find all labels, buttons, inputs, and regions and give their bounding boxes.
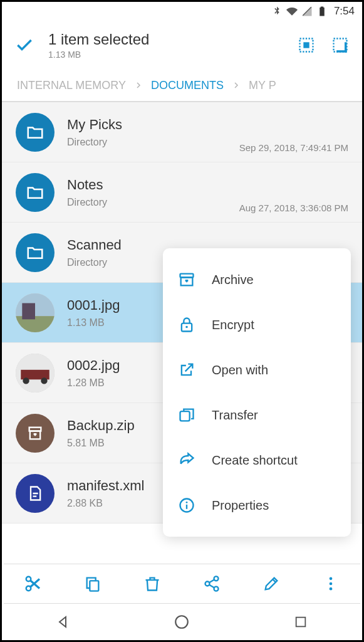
status-bar: 7:54: [2, 2, 362, 21]
folder-icon: [16, 113, 55, 152]
menu-label: Encrypt: [212, 318, 254, 332]
breadcrumb-item-documents[interactable]: DOCUMENTS: [151, 79, 224, 92]
svg-rect-18: [180, 411, 190, 421]
bluetooth-icon: [271, 6, 283, 17]
svg-point-30: [329, 587, 332, 591]
svg-rect-21: [186, 505, 187, 509]
svg-point-17: [185, 326, 188, 329]
menu-label: Archive: [212, 273, 254, 287]
list-item[interactable]: NotesDirectory Aug 27, 2018, 3:36:08 PM: [2, 162, 362, 223]
folder-icon: [16, 173, 55, 212]
svg-rect-32: [296, 618, 306, 627]
confirm-selection-button[interactable]: [14, 35, 34, 55]
delete-button[interactable]: [140, 571, 165, 596]
deselect-icon: [331, 36, 349, 54]
chevron-right-icon: [232, 82, 240, 89]
shortcut-icon: [178, 451, 195, 469]
back-icon: [56, 614, 71, 629]
open-external-icon: [178, 361, 195, 379]
transfer-icon: [178, 406, 195, 424]
image-thumbnail: [16, 354, 55, 392]
recents-button[interactable]: [292, 613, 309, 631]
svg-point-28: [329, 577, 332, 581]
signal-icon: [301, 6, 313, 17]
list-item[interactable]: My PicksDirectory Sep 29, 2018, 7:49:41 …: [2, 102, 362, 162]
battery-icon: [316, 6, 328, 17]
svg-point-27: [214, 587, 218, 591]
more-vert-icon: [322, 575, 340, 592]
archive-icon: [178, 271, 195, 288]
selection-info: 1 item selected 1.13 MB: [48, 31, 297, 60]
folder-icon: [16, 233, 55, 272]
wifi-icon: [286, 6, 298, 17]
file-name: My Picks: [67, 117, 348, 133]
selection-header: 1 item selected 1.13 MB: [2, 21, 362, 70]
menu-item-transfer[interactable]: Transfer: [163, 392, 351, 438]
svg-rect-24: [90, 581, 99, 591]
rename-button[interactable]: [259, 571, 284, 596]
menu-item-properties[interactable]: Properties: [163, 483, 351, 528]
lock-icon: [178, 316, 195, 334]
cut-button[interactable]: [21, 571, 46, 596]
edit-icon: [263, 575, 280, 592]
deselect-all-button[interactable]: [331, 36, 350, 55]
svg-rect-1: [303, 42, 309, 48]
menu-item-archive[interactable]: Archive: [163, 257, 351, 302]
file-name: Notes: [67, 177, 348, 193]
trash-icon: [143, 575, 161, 592]
selection-size: 1.13 MB: [48, 50, 297, 60]
menu-label: Transfer: [212, 408, 258, 423]
select-all-button[interactable]: [297, 36, 316, 55]
back-button[interactable]: [55, 613, 72, 631]
breadcrumb-item-internal[interactable]: INTERNAL MEMORY: [17, 79, 126, 92]
copy-button[interactable]: [80, 571, 105, 596]
menu-label: Open with: [212, 363, 268, 377]
svg-point-23: [26, 577, 31, 582]
home-button[interactable]: [173, 613, 190, 631]
menu-label: Create shortcut: [212, 453, 298, 468]
svg-rect-4: [345, 42, 347, 52]
svg-rect-7: [22, 303, 35, 319]
menu-label: Properties: [212, 498, 269, 513]
bottom-toolbar: [4, 564, 360, 604]
select-all-icon: [298, 36, 315, 54]
document-icon: [16, 474, 55, 513]
image-thumbnail: [16, 293, 55, 332]
recents-icon: [294, 615, 308, 629]
svg-point-20: [186, 502, 188, 503]
svg-point-26: [205, 582, 209, 586]
home-icon: [174, 614, 190, 630]
menu-item-openwith[interactable]: Open with: [163, 347, 351, 392]
copy-icon: [84, 575, 101, 592]
menu-item-encrypt[interactable]: Encrypt: [163, 302, 351, 347]
share-icon: [203, 575, 221, 592]
svg-point-10: [23, 377, 29, 384]
cut-icon: [24, 574, 43, 593]
check-icon: [14, 35, 34, 55]
archive-icon: [16, 414, 55, 453]
system-nav-bar: [4, 604, 360, 640]
svg-point-25: [214, 576, 218, 581]
breadcrumb: INTERNAL MEMORY DOCUMENTS MY P: [2, 70, 362, 101]
info-icon: [178, 497, 195, 514]
svg-point-29: [329, 582, 332, 586]
menu-item-shortcut[interactable]: Create shortcut: [163, 438, 351, 483]
selection-title: 1 item selected: [48, 31, 297, 48]
svg-point-22: [26, 586, 31, 591]
svg-point-11: [41, 377, 47, 384]
more-button[interactable]: [318, 571, 343, 596]
chevron-right-icon: [135, 82, 142, 89]
share-button[interactable]: [199, 571, 224, 596]
file-date: Aug 27, 2018, 3:36:08 PM: [239, 203, 348, 213]
file-date: Sep 29, 2018, 7:49:41 PM: [239, 142, 348, 153]
breadcrumb-item-mypicks[interactable]: MY P: [249, 79, 276, 92]
status-time: 7:54: [334, 5, 355, 18]
context-menu: Archive Encrypt Open with Transfer Creat…: [163, 248, 351, 537]
svg-point-31: [176, 616, 189, 628]
